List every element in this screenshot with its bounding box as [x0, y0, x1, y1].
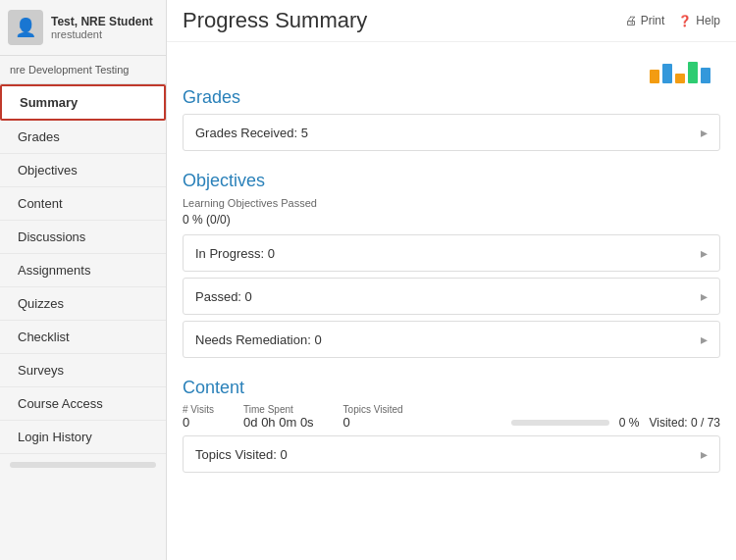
visits-label: # Visits [183, 404, 214, 415]
help-icon [678, 14, 692, 27]
objectives-passed-row[interactable]: Passed: 0 ▸ [183, 278, 720, 315]
top-bar: Progress Summary Print Help [167, 0, 736, 42]
sidebar-item-summary[interactable]: Summary [0, 84, 166, 121]
course-name: nre Development Testing [0, 56, 166, 84]
user-info: Test, NRE Student nrestudent [51, 15, 153, 40]
content-stats-right: 0 % Visited: 0 / 73 [511, 416, 720, 430]
stat-visits: # Visits 0 [183, 404, 214, 430]
user-icon: 👤 [15, 17, 36, 38]
sidebar-item-login-history[interactable]: Login History [0, 421, 166, 454]
sidebar: 👤 Test, NRE Student nrestudent nre Devel… [0, 0, 167, 560]
grade-bar [662, 64, 672, 83]
objectives-percent: 0 % (0/0) [183, 213, 720, 227]
grades-row[interactable]: Grades Received: 5 ▸ [183, 114, 720, 151]
time-value: 0d 0h 0m 0s [243, 415, 314, 430]
sidebar-item-checklist[interactable]: Checklist [0, 321, 166, 354]
user-name: Test, NRE Student [51, 15, 153, 28]
sidebar-item-grades[interactable]: Grades [0, 121, 166, 154]
objectives-remediation-label: Needs Remediation: 0 [195, 332, 322, 347]
sidebar-progress-bar [10, 462, 156, 468]
passed-chevron-icon: ▸ [701, 288, 708, 304]
print-icon [625, 14, 637, 27]
objectives-passed-label: Passed: 0 [195, 289, 252, 304]
stat-time: Time Spent 0d 0h 0m 0s [243, 404, 314, 430]
objectives-section-title: Objectives [183, 171, 720, 191]
objectives-subtitle: Learning Objectives Passed [183, 197, 720, 209]
topics-value: 0 [343, 415, 403, 430]
content-section-title: Content [183, 378, 720, 398]
grades-chart-bars [650, 56, 710, 83]
content-stats-left: # Visits 0 Time Spent 0d 0h 0m 0s Topics… [183, 404, 403, 430]
content-section: Content # Visits 0 Time Spent 0d 0h 0m 0… [183, 378, 720, 473]
main-content: Progress Summary Print Help Grades Grade… [167, 0, 736, 560]
grade-bar [688, 62, 698, 83]
content-area: Grades Grades Received: 5 ▸ Objectives L… [167, 42, 736, 560]
print-label: Print [641, 14, 665, 27]
grades-section-title: Grades [183, 87, 720, 108]
time-label: Time Spent [243, 404, 314, 415]
topics-label: Topics Visited [343, 404, 403, 415]
sidebar-item-surveys[interactable]: Surveys [0, 354, 166, 387]
grades-chevron-icon: ▸ [701, 125, 708, 140]
page-title: Progress Summary [183, 8, 367, 33]
grades-section: Grades Grades Received: 5 ▸ [183, 56, 720, 151]
top-actions: Print Help [625, 14, 720, 27]
visits-value: 0 [183, 415, 214, 430]
avatar: 👤 [8, 10, 43, 45]
objectives-remediation-row[interactable]: Needs Remediation: 0 ▸ [183, 321, 720, 358]
sidebar-item-content[interactable]: Content [0, 187, 166, 221]
content-percent: 0 % [619, 416, 640, 430]
objectives-in-progress-label: In Progress: 0 [195, 246, 275, 261]
grade-bar [675, 74, 685, 83]
content-chevron-icon: ▸ [701, 446, 708, 462]
help-label: Help [696, 14, 720, 27]
sidebar-item-quizzes[interactable]: Quizzes [0, 287, 166, 321]
grades-row-label: Grades Received: 5 [195, 126, 308, 140]
content-progress-bar [511, 420, 609, 426]
user-block: 👤 Test, NRE Student nrestudent [0, 0, 166, 56]
sidebar-item-assignments[interactable]: Assignments [0, 254, 166, 287]
content-topics-label: Topics Visited: 0 [195, 447, 288, 462]
sidebar-item-course-access[interactable]: Course Access [0, 387, 166, 421]
grade-bar [701, 68, 710, 83]
stat-topics: Topics Visited 0 [343, 404, 403, 430]
content-visited: Visited: 0 / 73 [650, 416, 721, 430]
in-progress-chevron-icon: ▸ [701, 245, 708, 261]
sidebar-item-discussions[interactable]: Discussions [0, 221, 166, 254]
print-button[interactable]: Print [625, 14, 665, 27]
grade-bar [650, 70, 659, 83]
sidebar-item-objectives[interactable]: Objectives [0, 154, 166, 187]
objectives-in-progress-row[interactable]: In Progress: 0 ▸ [183, 234, 720, 272]
grades-chart-area [183, 56, 720, 83]
objectives-section: Objectives Learning Objectives Passed 0 … [183, 171, 720, 358]
content-stats-row: # Visits 0 Time Spent 0d 0h 0m 0s Topics… [183, 404, 720, 430]
help-button[interactable]: Help [678, 14, 720, 27]
content-topics-row[interactable]: Topics Visited: 0 ▸ [183, 435, 720, 473]
remediation-chevron-icon: ▸ [701, 331, 708, 347]
user-login: nrestudent [51, 28, 153, 40]
